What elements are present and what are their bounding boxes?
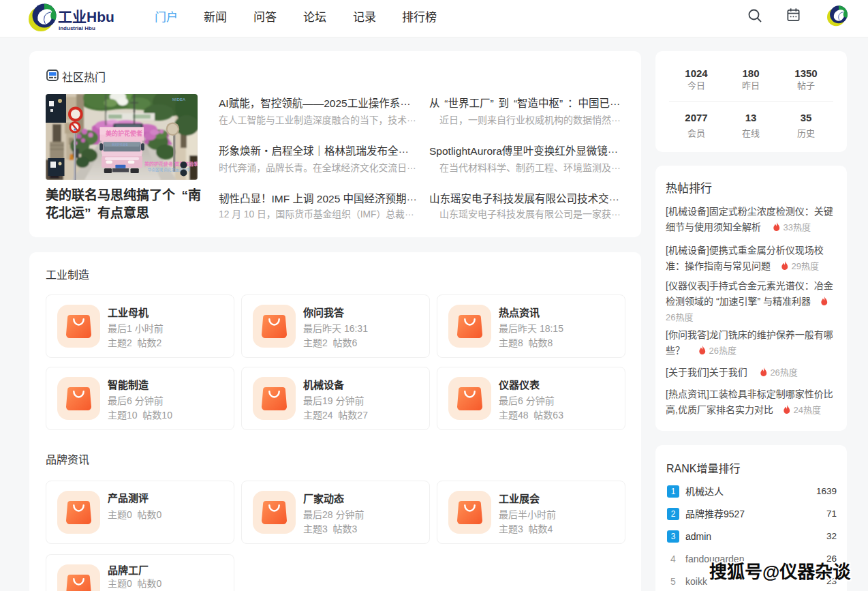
svg-text:美的护花使者: 美的护花使者: [106, 130, 142, 137]
svg-text:美的护花使者: 美的护花使者: [112, 142, 128, 147]
svg-text:MIDEA: MIDEA: [172, 97, 185, 102]
svg-text:工业Hbu: 工业Hbu: [58, 9, 114, 25]
svg-text:Industrial Hbu: Industrial Hbu: [59, 25, 95, 31]
svg-text:美的护花使者 首发体验季: 美的护花使者 首发体验季: [144, 161, 198, 167]
